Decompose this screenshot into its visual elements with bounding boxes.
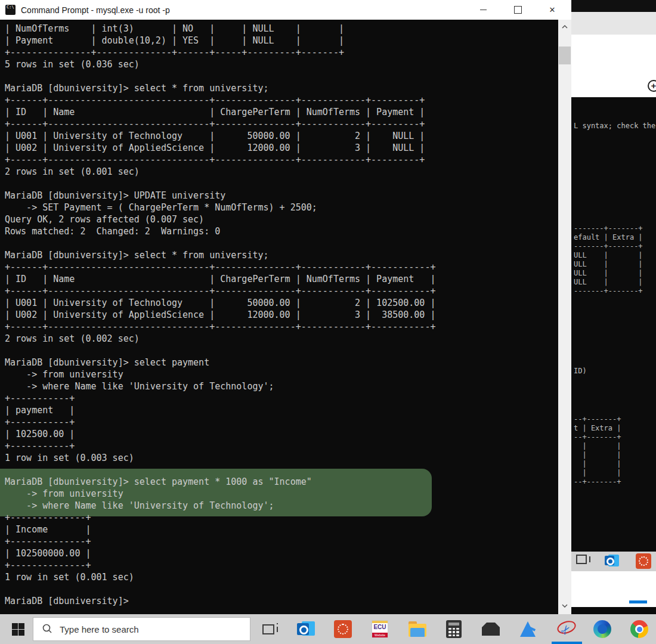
terminal-line: | 102500.00 | — [5, 428, 435, 440]
active-app-indicator — [552, 642, 582, 644]
terminal-line: +------+------------------------------+-… — [5, 118, 435, 130]
terminal-line: | 102500000.00 | — [5, 547, 435, 559]
calculator-icon — [446, 620, 462, 638]
terminal-line — [5, 583, 435, 595]
table-fragment-line: ULL | | — [574, 260, 643, 269]
search-icon — [42, 624, 52, 634]
canvas-button[interactable] — [330, 614, 356, 644]
scroll-down-button[interactable] — [558, 600, 571, 612]
azure-button[interactable] — [515, 614, 541, 644]
close-icon: ✕ — [549, 6, 556, 14]
terminal-line: MariaDB [dbuniversity]> — [5, 595, 435, 607]
terminal-line: Query OK, 2 rows affected (0.007 sec) — [5, 213, 435, 225]
azure-icon — [519, 621, 537, 637]
maximize-icon — [514, 6, 522, 14]
terminal-line: 2 rows in set (0.001 sec) — [5, 166, 435, 178]
terminal-line: +-----------+ — [5, 440, 435, 452]
terminal-line: MariaDB [dbuniversity]> select payment *… — [5, 476, 435, 488]
task-view-icon-small — [576, 555, 587, 564]
chrome-icon — [630, 620, 648, 638]
table-fragment-line: -------+-------+ — [574, 224, 643, 233]
terminal-line: 1 row in set (0.001 sec) — [5, 571, 435, 583]
blue-accent-sliver — [629, 600, 647, 603]
table-fragment-2: --+-------+t | Extra |--+-------+ | | | … — [574, 415, 621, 487]
table-fragment-line: ULL | | — [574, 269, 643, 278]
start-button[interactable] — [5, 614, 31, 644]
terminal-line: | payment | — [5, 404, 435, 416]
snipping-tool-button[interactable]: ✂ — [553, 614, 580, 644]
terminal-line: +------+------------------------------+-… — [5, 94, 435, 106]
table-fragment-line: | | — [574, 451, 621, 460]
outlook-icon-small — [605, 553, 619, 568]
file-explorer-button[interactable] — [404, 614, 431, 644]
minimize-icon — [480, 10, 487, 10]
terminal-line: +------+------------------------------+-… — [5, 261, 435, 273]
error-text-fragment: L syntax; check the m — [574, 122, 656, 131]
taskbar: ECU Website ✂ — [0, 614, 656, 644]
background-screenshot: L syntax; check the m -------+-------+ef… — [571, 97, 656, 552]
terminal-line: | U001 | University of Technology | 5000… — [5, 130, 435, 142]
edge-button[interactable] — [589, 614, 615, 644]
chevron-up-icon — [562, 25, 568, 29]
calculator-button[interactable] — [441, 614, 467, 644]
taskbar-search[interactable] — [33, 617, 250, 641]
id-fragment: ID) — [574, 367, 587, 376]
terminal-line: +-----------+ — [5, 392, 435, 404]
task-view-icon — [262, 624, 274, 634]
terminal-line: +------+------------------------------+-… — [5, 154, 435, 166]
table-fragment-line: | | — [574, 442, 621, 451]
minimize-button[interactable] — [466, 0, 500, 20]
command-prompt-icon: C:\ — [5, 5, 16, 15]
mail-icon — [482, 623, 500, 636]
terminal-line: | ID | Name | ChargePerTerm | NumOfTerms… — [5, 106, 435, 118]
screenshot-taskbar-strip — [571, 552, 656, 571]
windows-logo-icon — [12, 623, 24, 636]
search-input[interactable] — [58, 624, 228, 635]
terminal-line: | U001 | University of Technology | 5000… — [5, 297, 435, 309]
terminal-line: | ID | Name | ChargePerTerm | NumOfTerms… — [5, 273, 435, 285]
scrollbar-thumb[interactable] — [559, 47, 571, 64]
terminal-line: -> where Name like 'University of Techno… — [5, 380, 435, 392]
command-prompt-window: C:\ Command Prompt - mysql.exe -u root -… — [0, 0, 571, 614]
terminal-line: | Payment | double(10,2) | YES | | NULL … — [5, 35, 435, 47]
snipping-tool-icon: ✂ — [556, 619, 577, 639]
scrollbar-track[interactable] — [558, 20, 571, 614]
outlook-button[interactable] — [293, 614, 319, 644]
table-fragment-line: t | Extra | — [574, 424, 621, 433]
chevron-down-icon — [562, 604, 568, 608]
terminal-line: +--------------+ — [5, 559, 435, 571]
edge-icon — [593, 620, 611, 638]
canvas-icon — [334, 620, 352, 638]
table-fragment-line: --+-------+ — [574, 433, 621, 442]
terminal-line: +-----------+ — [5, 416, 435, 428]
terminal-line: +------+------------------------------+-… — [5, 285, 435, 297]
table-fragment-line: efault | Extra | — [574, 233, 643, 242]
mail-button[interactable] — [478, 614, 504, 644]
terminal-line: MariaDB [dbuniversity]> select * from un… — [5, 82, 435, 94]
terminal-line: | U002 | University of AppliedScience | … — [5, 309, 435, 321]
terminal-line: +------+------------------------------+-… — [5, 321, 435, 333]
maximize-button[interactable] — [500, 0, 535, 20]
zoom-in-icon[interactable]: + — [648, 80, 656, 92]
chrome-button[interactable] — [626, 614, 652, 644]
terminal-line: -> from university — [5, 488, 435, 500]
table-fragment-line: ULL | | — [574, 278, 643, 287]
terminal-line: MariaDB [dbuniversity]> select * from un… — [5, 249, 435, 261]
terminal-line: +--------------+ — [5, 512, 435, 524]
task-view-button[interactable] — [255, 614, 281, 644]
ecu-website-button[interactable]: ECU Website — [367, 614, 393, 644]
title-bar[interactable]: C:\ Command Prompt - mysql.exe -u root -… — [0, 0, 571, 20]
terminal-line — [5, 70, 435, 82]
close-button[interactable]: ✕ — [535, 0, 570, 20]
background-window-edge — [571, 607, 656, 614]
background-window: + L syntax; check the m -------+-------+… — [571, 0, 656, 614]
terminal-line — [5, 345, 435, 357]
background-window-toolbar — [571, 12, 656, 35]
table-fragment-1: -------+-------+efault | Extra |-------+… — [574, 224, 643, 296]
terminal-line: 5 rows in set (0.036 sec) — [5, 58, 435, 70]
terminal-output[interactable]: | NumOfTerms | int(3) | NO | | NULL | ||… — [0, 20, 571, 614]
table-fragment-line: ULL | | — [574, 251, 643, 260]
scroll-up-button[interactable] — [558, 21, 571, 33]
table-fragment-line: | | — [574, 469, 621, 478]
terminal-line: -> SET Payment = ( ChargePerTerm * NumOf… — [5, 202, 435, 213]
